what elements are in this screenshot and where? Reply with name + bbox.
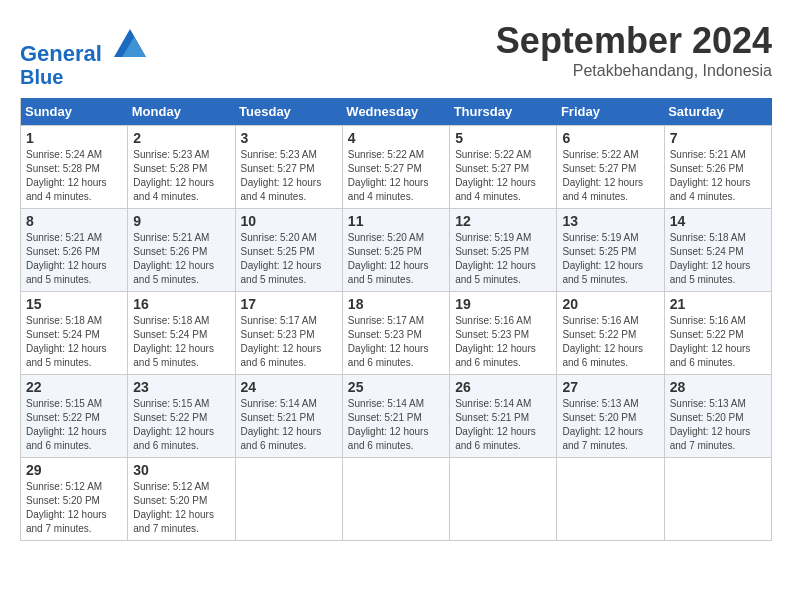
calendar-cell: 26 Sunrise: 5:14 AM Sunset: 5:21 PM Dayl… <box>450 375 557 458</box>
sunset-label: Sunset: 5:20 PM <box>670 412 744 423</box>
calendar-cell: 19 Sunrise: 5:16 AM Sunset: 5:23 PM Dayl… <box>450 292 557 375</box>
sunrise-label: Sunrise: 5:17 AM <box>348 315 424 326</box>
cell-info: Sunrise: 5:16 AM Sunset: 5:22 PM Dayligh… <box>562 314 658 370</box>
calendar-cell: 3 Sunrise: 5:23 AM Sunset: 5:27 PM Dayli… <box>235 126 342 209</box>
daylight-label: Daylight: 12 hours and 7 minutes. <box>26 509 107 534</box>
calendar-cell: 10 Sunrise: 5:20 AM Sunset: 5:25 PM Dayl… <box>235 209 342 292</box>
sunset-label: Sunset: 5:24 PM <box>670 246 744 257</box>
sunset-label: Sunset: 5:22 PM <box>670 329 744 340</box>
sunrise-label: Sunrise: 5:14 AM <box>241 398 317 409</box>
day-number: 26 <box>455 379 551 395</box>
calendar-cell <box>342 458 449 541</box>
daylight-label: Daylight: 12 hours and 7 minutes. <box>133 509 214 534</box>
col-saturday: Saturday <box>664 98 771 126</box>
daylight-label: Daylight: 12 hours and 5 minutes. <box>26 343 107 368</box>
sunset-label: Sunset: 5:21 PM <box>455 412 529 423</box>
calendar-cell: 6 Sunrise: 5:22 AM Sunset: 5:27 PM Dayli… <box>557 126 664 209</box>
sunset-label: Sunset: 5:22 PM <box>133 412 207 423</box>
day-number: 22 <box>26 379 122 395</box>
calendar-cell: 20 Sunrise: 5:16 AM Sunset: 5:22 PM Dayl… <box>557 292 664 375</box>
calendar-cell: 24 Sunrise: 5:14 AM Sunset: 5:21 PM Dayl… <box>235 375 342 458</box>
sunset-label: Sunset: 5:28 PM <box>133 163 207 174</box>
cell-info: Sunrise: 5:22 AM Sunset: 5:27 PM Dayligh… <box>455 148 551 204</box>
sunset-label: Sunset: 5:26 PM <box>26 246 100 257</box>
sunrise-label: Sunrise: 5:16 AM <box>562 315 638 326</box>
sunset-label: Sunset: 5:22 PM <box>26 412 100 423</box>
daylight-label: Daylight: 12 hours and 5 minutes. <box>455 260 536 285</box>
calendar-cell: 2 Sunrise: 5:23 AM Sunset: 5:28 PM Dayli… <box>128 126 235 209</box>
sunrise-label: Sunrise: 5:23 AM <box>241 149 317 160</box>
day-number: 13 <box>562 213 658 229</box>
calendar-cell <box>450 458 557 541</box>
daylight-label: Daylight: 12 hours and 7 minutes. <box>670 426 751 451</box>
daylight-label: Daylight: 12 hours and 5 minutes. <box>562 260 643 285</box>
daylight-label: Daylight: 12 hours and 6 minutes. <box>455 426 536 451</box>
day-number: 4 <box>348 130 444 146</box>
calendar-cell: 15 Sunrise: 5:18 AM Sunset: 5:24 PM Dayl… <box>21 292 128 375</box>
day-number: 1 <box>26 130 122 146</box>
day-number: 17 <box>241 296 337 312</box>
day-number: 25 <box>348 379 444 395</box>
cell-info: Sunrise: 5:13 AM Sunset: 5:20 PM Dayligh… <box>670 397 766 453</box>
sunrise-label: Sunrise: 5:13 AM <box>562 398 638 409</box>
day-number: 5 <box>455 130 551 146</box>
cell-info: Sunrise: 5:13 AM Sunset: 5:20 PM Dayligh… <box>562 397 658 453</box>
cell-info: Sunrise: 5:20 AM Sunset: 5:25 PM Dayligh… <box>348 231 444 287</box>
sunrise-label: Sunrise: 5:19 AM <box>455 232 531 243</box>
page-header: General Blue September 2024 Petakbehanda… <box>20 20 772 88</box>
day-number: 3 <box>241 130 337 146</box>
day-number: 12 <box>455 213 551 229</box>
daylight-label: Daylight: 12 hours and 6 minutes. <box>26 426 107 451</box>
sunrise-label: Sunrise: 5:14 AM <box>455 398 531 409</box>
sunrise-label: Sunrise: 5:19 AM <box>562 232 638 243</box>
logo-icon <box>110 25 150 61</box>
sunrise-label: Sunrise: 5:18 AM <box>133 315 209 326</box>
sunset-label: Sunset: 5:21 PM <box>348 412 422 423</box>
calendar-cell: 9 Sunrise: 5:21 AM Sunset: 5:26 PM Dayli… <box>128 209 235 292</box>
logo: General Blue <box>20 25 150 88</box>
sunrise-label: Sunrise: 5:23 AM <box>133 149 209 160</box>
daylight-label: Daylight: 12 hours and 6 minutes. <box>348 343 429 368</box>
cell-info: Sunrise: 5:18 AM Sunset: 5:24 PM Dayligh… <box>133 314 229 370</box>
sunrise-label: Sunrise: 5:20 AM <box>348 232 424 243</box>
calendar-cell: 1 Sunrise: 5:24 AM Sunset: 5:28 PM Dayli… <box>21 126 128 209</box>
header-row: Sunday Monday Tuesday Wednesday Thursday… <box>21 98 772 126</box>
cell-info: Sunrise: 5:20 AM Sunset: 5:25 PM Dayligh… <box>241 231 337 287</box>
sunset-label: Sunset: 5:23 PM <box>348 329 422 340</box>
day-number: 7 <box>670 130 766 146</box>
cell-info: Sunrise: 5:18 AM Sunset: 5:24 PM Dayligh… <box>670 231 766 287</box>
daylight-label: Daylight: 12 hours and 5 minutes. <box>241 260 322 285</box>
daylight-label: Daylight: 12 hours and 6 minutes. <box>670 343 751 368</box>
calendar-table: Sunday Monday Tuesday Wednesday Thursday… <box>20 98 772 541</box>
cell-info: Sunrise: 5:24 AM Sunset: 5:28 PM Dayligh… <box>26 148 122 204</box>
sunrise-label: Sunrise: 5:17 AM <box>241 315 317 326</box>
day-number: 9 <box>133 213 229 229</box>
sunrise-label: Sunrise: 5:15 AM <box>133 398 209 409</box>
sunset-label: Sunset: 5:27 PM <box>562 163 636 174</box>
sunrise-label: Sunrise: 5:21 AM <box>670 149 746 160</box>
daylight-label: Daylight: 12 hours and 6 minutes. <box>562 343 643 368</box>
day-number: 6 <box>562 130 658 146</box>
col-sunday: Sunday <box>21 98 128 126</box>
title-block: September 2024 Petakbehandang, Indonesia <box>496 20 772 80</box>
sunset-label: Sunset: 5:21 PM <box>241 412 315 423</box>
day-number: 15 <box>26 296 122 312</box>
cell-info: Sunrise: 5:17 AM Sunset: 5:23 PM Dayligh… <box>241 314 337 370</box>
sunrise-label: Sunrise: 5:14 AM <box>348 398 424 409</box>
daylight-label: Daylight: 12 hours and 6 minutes. <box>241 343 322 368</box>
day-number: 19 <box>455 296 551 312</box>
cell-info: Sunrise: 5:19 AM Sunset: 5:25 PM Dayligh… <box>562 231 658 287</box>
day-number: 20 <box>562 296 658 312</box>
sunrise-label: Sunrise: 5:20 AM <box>241 232 317 243</box>
sunset-label: Sunset: 5:20 PM <box>133 495 207 506</box>
calendar-row: 8 Sunrise: 5:21 AM Sunset: 5:26 PM Dayli… <box>21 209 772 292</box>
logo-text: General <box>20 25 150 66</box>
calendar-row: 29 Sunrise: 5:12 AM Sunset: 5:20 PM Dayl… <box>21 458 772 541</box>
daylight-label: Daylight: 12 hours and 5 minutes. <box>348 260 429 285</box>
daylight-label: Daylight: 12 hours and 5 minutes. <box>133 343 214 368</box>
sunset-label: Sunset: 5:25 PM <box>455 246 529 257</box>
daylight-label: Daylight: 12 hours and 6 minutes. <box>455 343 536 368</box>
day-number: 21 <box>670 296 766 312</box>
cell-info: Sunrise: 5:15 AM Sunset: 5:22 PM Dayligh… <box>133 397 229 453</box>
cell-info: Sunrise: 5:16 AM Sunset: 5:22 PM Dayligh… <box>670 314 766 370</box>
